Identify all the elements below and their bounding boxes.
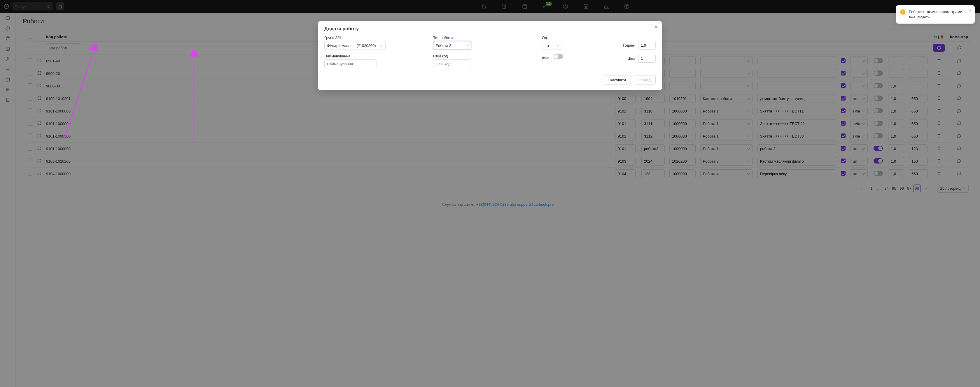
- toast-message: Роботи з такими параметрами вже існують: [909, 10, 962, 13]
- warning-icon: !: [900, 10, 905, 13]
- modal-overlay: [0, 0, 980, 13]
- warning-toast: ! Роботи з такими параметрами вже існуют…: [896, 5, 975, 13]
- toast-close-icon[interactable]: ✕: [969, 8, 972, 13]
